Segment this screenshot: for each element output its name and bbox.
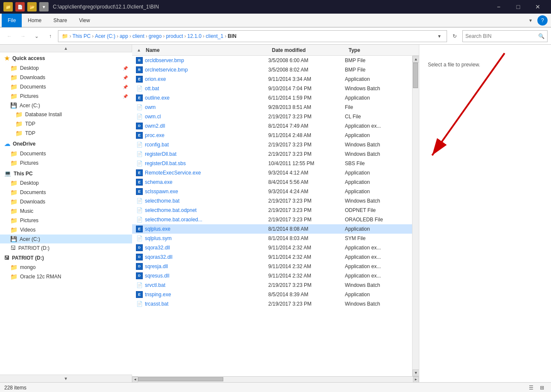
table-row[interactable]: E tnsping.exe 8/5/2014 8:39 AM Applicati… — [132, 290, 412, 299]
up-button[interactable]: ↑ — [44, 30, 56, 42]
sidebar-item-pictures-qa[interactable]: 📁 Pictures 📌 — [0, 92, 132, 101]
sidebar-item-downloads-qa[interactable]: 📁 Downloads 📌 — [0, 73, 132, 82]
scroll-track[interactable] — [413, 63, 418, 369]
sidebar-section-this-pc[interactable]: 💻 This PC — [0, 168, 132, 178]
col-type[interactable]: Type — [349, 47, 413, 53]
file-type-icon: D — [136, 263, 143, 270]
sidebar-item-tdp1[interactable]: 📁 TDP — [0, 119, 132, 129]
h-scroll-left[interactable]: ◄ — [132, 377, 138, 383]
table-row[interactable]: 📄 rconfig.bat 2/19/2017 3:23 PM Windows … — [132, 140, 412, 149]
sidebar-item-pictures-pc[interactable]: 📁 Pictures — [0, 216, 132, 225]
scroll-up-arrow[interactable]: ▲ — [413, 56, 419, 63]
bc-version[interactable]: 12.1.0 — [187, 33, 201, 39]
sidebar-item-patriot[interactable]: 🖫 PATRIOT (D:) — [0, 243, 132, 252]
sidebar-item-acer-qa[interactable]: 💾 Acer (C:) — [0, 101, 132, 110]
scroll-thumb[interactable] — [413, 63, 418, 88]
breadcrumb-dropdown[interactable]: ▾ — [436, 32, 443, 40]
table-row[interactable]: 📄 selecthome.bat 2/19/2017 3:23 PM Windo… — [132, 196, 412, 206]
table-row[interactable]: 📄 ott.bat 9/10/2014 7:04 PM Windows Batc… — [132, 84, 412, 93]
tab-view[interactable]: View — [73, 14, 96, 27]
drive-icon: 🖫 — [4, 255, 9, 261]
sidebar-scroll-down[interactable]: ▼ — [0, 375, 132, 382]
table-row[interactable]: E proc.exe 9/11/2014 2:48 AM Application — [132, 131, 412, 140]
breadcrumb[interactable]: 📁 › This PC › Acer (C:) › app › client ›… — [58, 30, 447, 42]
bc-bin[interactable]: BIN — [228, 33, 237, 39]
sidebar-item-acer-pc[interactable]: 💾 Acer (C:) — [0, 235, 132, 243]
col-date[interactable]: Date modified — [272, 47, 349, 53]
sidebar-item-mongo[interactable]: 📁 mongo — [0, 263, 132, 272]
list-scroll-up[interactable]: ▲ — [136, 45, 142, 56]
sidebar-item-docs-pc[interactable]: 📁 Documents — [0, 188, 132, 197]
maximize-button[interactable]: □ — [508, 0, 528, 14]
sidebar-section-quick-access[interactable]: ★ Quick access — [0, 52, 132, 63]
table-row[interactable]: 📄 trcasst.bat 2/19/2017 3:23 PM Windows … — [132, 299, 412, 309]
table-row[interactable]: E RemoteExecService.exe 9/3/2014 4:12 AM… — [132, 168, 412, 177]
table-row[interactable]: B orcldbserver.bmp 3/5/2008 6:00 AM BMP … — [132, 56, 412, 65]
tab-share[interactable]: Share — [47, 14, 73, 27]
sidebar-item-tdp2[interactable]: 📁 TDP — [0, 129, 132, 138]
table-row[interactable]: E sqlplus.exe 8/1/2014 8:08 AM Applicati… — [132, 224, 412, 234]
table-row[interactable]: D sqora32.dll 9/11/2014 2:32 AM Applicat… — [132, 243, 412, 252]
sidebar-item-docs-od[interactable]: 📁 Documents — [0, 149, 132, 158]
sidebar-item-oracle[interactable]: 📁 Oracle 12c RMAN — [0, 272, 132, 281]
bc-client1[interactable]: client_1 — [206, 33, 223, 39]
bc-product[interactable]: product — [166, 33, 183, 39]
sidebar-item-downloads-pc[interactable]: 📁 Downloads — [0, 197, 132, 206]
table-row[interactable]: E orion.exe 9/11/2014 3:34 AM Applicatio… — [132, 74, 412, 84]
bc-acer[interactable]: Acer (C:) — [95, 33, 115, 39]
table-row[interactable]: D sqresja.dll 9/11/2014 2:32 AM Applicat… — [132, 262, 412, 271]
sidebar-item-videos-pc[interactable]: 📁 Videos — [0, 225, 132, 235]
title-controls: − □ ✕ — [489, 0, 548, 14]
col-name[interactable]: Name — [144, 47, 272, 53]
chevron-down-icon[interactable]: ▾ — [525, 15, 536, 26]
table-row[interactable]: E sclsspawn.exe 9/3/2014 4:24 AM Applica… — [132, 187, 412, 196]
help-button[interactable]: ? — [537, 15, 548, 26]
table-row[interactable]: 📄 sqlplus.sym 8/1/2014 8:03 AM SYM File — [132, 234, 412, 243]
back-button[interactable]: ← — [3, 30, 15, 42]
table-row[interactable]: 📄 owm.cl 2/19/2017 3:23 PM CL File — [132, 112, 412, 121]
tiles-view-button[interactable]: ⊞ — [537, 383, 547, 392]
tab-file[interactable]: File — [2, 14, 22, 27]
table-row[interactable]: D sqresus.dll 9/11/2014 2:32 AM Applicat… — [132, 271, 412, 280]
bc-this-pc[interactable]: This PC — [72, 33, 91, 39]
sidebar-item-desktop-qa[interactable]: 📁 Desktop 📌 — [0, 63, 132, 73]
bc-app[interactable]: app — [120, 33, 128, 39]
dropdown-button[interactable]: ⌄ — [31, 30, 43, 42]
search-icon[interactable]: 🔍 — [538, 33, 545, 39]
table-row[interactable]: 📄 srvctl.bat 2/19/2017 3:23 PM Windows B… — [132, 280, 412, 290]
table-row[interactable]: 📄 registerDll.bat 2/19/2017 3:23 PM Wind… — [132, 149, 412, 159]
bc-grego[interactable]: grego — [149, 33, 162, 39]
sidebar-section-onedrive[interactable]: ☁ OneDrive — [0, 138, 132, 149]
table-row[interactable]: 📄 selecthome.bat.oraoled... 2/19/2017 3:… — [132, 215, 412, 224]
tab-home[interactable]: Home — [22, 14, 47, 27]
minimize-button[interactable]: − — [489, 0, 508, 14]
table-row[interactable]: E schema.exe 8/4/2014 5:56 AM Applicatio… — [132, 177, 412, 187]
refresh-button[interactable]: ↻ — [449, 30, 461, 42]
table-row[interactable]: 📄 owm 9/28/2013 8:51 AM File — [132, 103, 412, 112]
scroll-down-arrow[interactable]: ▼ — [413, 369, 419, 376]
sidebar-item-pics-od[interactable]: 📁 Pictures — [0, 158, 132, 168]
search-input[interactable] — [465, 33, 537, 39]
table-row[interactable]: 📄 selecthome.bat.odpnet 2/19/2017 3:23 P… — [132, 206, 412, 215]
details-view-button[interactable]: ☰ — [526, 383, 536, 392]
table-row[interactable]: D owm2.dll 8/1/2014 7:49 AM Application … — [132, 121, 412, 131]
h-scroll-track[interactable] — [138, 377, 413, 383]
table-row[interactable]: 📄 registerDll.bat.sbs 10/4/2011 12:55 PM… — [132, 159, 412, 168]
sidebar-item-desktop-pc[interactable]: 📁 Desktop — [0, 178, 132, 188]
sidebar-item-music-pc[interactable]: 📁 Music — [0, 206, 132, 216]
close-button[interactable]: ✕ — [528, 0, 548, 14]
vertical-scrollbar[interactable]: ▲ ▼ — [412, 56, 419, 376]
h-scroll-right[interactable]: ► — [413, 377, 419, 383]
table-row[interactable]: E outline.exe 6/11/2014 1:59 PM Applicat… — [132, 93, 412, 103]
bc-client[interactable]: client — [133, 33, 144, 39]
horizontal-scrollbar[interactable]: ◄ ► — [132, 376, 419, 382]
title-bar: 📁 📄 📂 ▼ C:\app\client\grego\product\12.1… — [0, 0, 551, 14]
table-row[interactable]: D sqoras32.dll 9/11/2014 2:32 AM Applica… — [132, 252, 412, 262]
forward-button[interactable]: → — [17, 30, 29, 42]
table-row[interactable]: B orclnetservice.bmp 3/5/2008 8:02 AM BM… — [132, 65, 412, 74]
sidebar-section-patriot[interactable]: 🖫 PATRIOT (D:) — [0, 252, 132, 263]
sidebar-item-documents-qa[interactable]: 📁 Documents 📌 — [0, 82, 132, 92]
sidebar-item-database[interactable]: 📁 Database Install — [0, 110, 132, 119]
sidebar-scroll-up[interactable]: ▲ — [0, 45, 132, 52]
h-scroll-thumb[interactable] — [138, 377, 223, 381]
